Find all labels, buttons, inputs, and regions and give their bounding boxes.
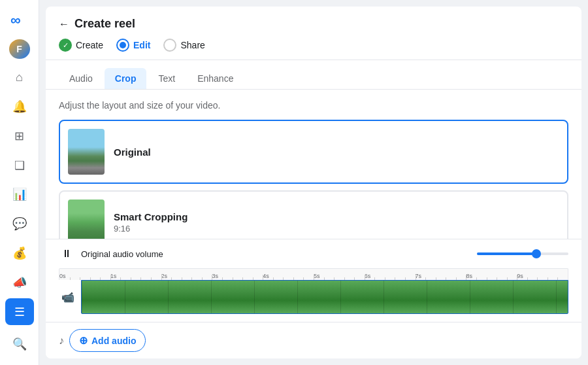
step-edit[interactable]: Edit <box>116 39 150 52</box>
main-area: ← Create reel ✓ Create Edit <box>39 0 588 365</box>
chart-icon: 📊 <box>12 187 27 201</box>
volume-thumb <box>532 249 541 258</box>
volume-row: ⏸ Original audio volume <box>46 239 581 268</box>
sidebar-item-ads[interactable]: 📣 <box>5 269 34 296</box>
grid-icon: ⊞ <box>14 129 24 143</box>
volume-slider[interactable] <box>477 252 568 255</box>
megaphone-icon: 📣 <box>12 275 27 290</box>
sidebar-item-monetization[interactable]: 💰 <box>5 240 34 267</box>
plus-icon: ⊕ <box>79 334 88 347</box>
money-icon: 💰 <box>12 246 27 260</box>
bell-icon: 🔔 <box>12 99 27 114</box>
crop-description: Adjust the layout and size of your video… <box>59 100 568 111</box>
sidebar-item-menu[interactable]: ☰ <box>5 298 34 325</box>
crop-name-original: Original <box>114 147 559 158</box>
crop-ratio-smart: 9:16 <box>114 224 559 234</box>
step-create[interactable]: ✓ Create <box>59 39 103 52</box>
sidebar: ∞ F ⌂ 🔔 ⊞ ❑ 📊 💬 💰 📣 ☰ 🔍 <box>0 0 39 365</box>
step-label-share: Share <box>180 40 204 50</box>
sidebar-item-comments[interactable]: 💬 <box>5 211 34 237</box>
meta-logo: ∞ <box>8 8 31 31</box>
panel: ← Create reel ✓ Create Edit <box>46 7 581 358</box>
page-title: Create reel <box>74 17 135 31</box>
comment-icon: 💬 <box>12 217 27 231</box>
timeline-frames <box>82 280 568 314</box>
crop-name-smart: Smart Cropping <box>114 211 559 222</box>
step-share[interactable]: Share <box>163 39 204 52</box>
crop-info-smart: Smart Cropping 9:16 <box>114 211 559 234</box>
sidebar-item-search[interactable]: 🔍 <box>5 330 34 357</box>
crop-info-original: Original <box>114 147 559 158</box>
step-circle-share <box>163 39 176 52</box>
crop-content: Adjust the layout and size of your video… <box>46 90 581 239</box>
search-icon: 🔍 <box>12 337 27 351</box>
sidebar-item-analytics[interactable]: 📊 <box>5 181 34 208</box>
back-row: ← Create reel <box>59 17 568 31</box>
tab-enhance[interactable]: Enhance <box>187 68 244 89</box>
ruler-marks: 0s1s2s3s4s5s6s7s8s9s10s <box>59 269 568 280</box>
timeline-ruler: 0s1s2s3s4s5s6s7s8s9s10s <box>59 268 568 280</box>
menu-icon: ☰ <box>14 305 25 319</box>
add-audio-row: ♪ ⊕ Add audio <box>46 322 581 358</box>
music-icon: ♪ <box>59 335 64 347</box>
add-audio-button[interactable]: ⊕ Add audio <box>69 329 146 352</box>
tabs-row: Audio Crop Text Enhance <box>46 60 581 90</box>
tab-text[interactable]: Text <box>148 68 186 89</box>
timeline-container: 0s1s2s3s4s5s6s7s8s9s10s 📹 <box>46 268 581 322</box>
pause-icon: ⏸ <box>61 248 72 260</box>
video-track-icon: 📹 <box>59 291 77 304</box>
step-label-edit: Edit <box>133 40 150 50</box>
back-button[interactable]: ← <box>59 18 69 30</box>
steps-row: ✓ Create Edit Share <box>59 39 568 52</box>
tab-crop[interactable]: Crop <box>105 68 147 89</box>
checkmark-icon: ✓ <box>63 41 69 50</box>
step-label-create: Create <box>76 40 103 50</box>
step-circle-create: ✓ <box>59 39 72 52</box>
svg-text:∞: ∞ <box>10 12 21 28</box>
sidebar-item-layers[interactable]: ❑ <box>5 152 34 179</box>
panel-header: ← Create reel ✓ Create Edit <box>46 7 581 60</box>
crop-option-original[interactable]: Original <box>59 120 568 184</box>
crop-option-smart[interactable]: Smart Cropping 9:16 <box>59 190 568 239</box>
volume-label: Original audio volume <box>81 249 470 259</box>
pause-button[interactable]: ⏸ <box>59 246 74 262</box>
timeline-track[interactable] <box>81 280 568 314</box>
layers-icon: ❑ <box>14 158 25 173</box>
sidebar-item-notifications[interactable]: 🔔 <box>5 94 34 120</box>
sidebar-item-grid[interactable]: ⊞ <box>5 122 34 149</box>
step-circle-edit <box>116 39 129 52</box>
avatar[interactable]: F <box>9 39 30 59</box>
tab-audio[interactable]: Audio <box>59 68 103 89</box>
crop-thumb-original <box>68 129 105 175</box>
video-camera-icon: 📹 <box>61 291 74 304</box>
sidebar-item-home[interactable]: ⌂ <box>5 64 34 91</box>
home-icon: ⌂ <box>16 71 23 84</box>
add-audio-label: Add audio <box>91 336 136 346</box>
crop-thumb-smart <box>68 200 105 239</box>
volume-fill <box>477 252 536 255</box>
